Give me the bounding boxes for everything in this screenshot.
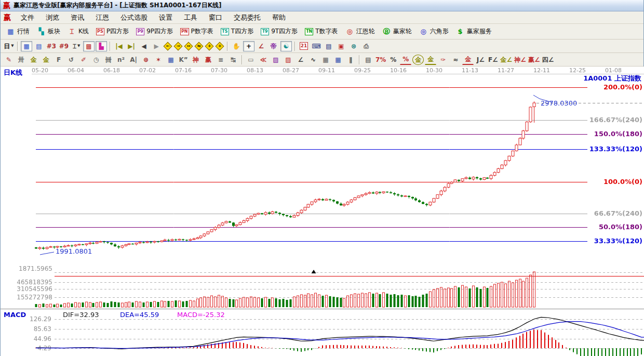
gold-lines-2-icon[interactable]: 金 — [41, 55, 52, 65]
wave-icon[interactable]: ≈ — [450, 55, 461, 65]
calculator-button[interactable]: ⌨ — [311, 41, 322, 51]
percent-line-icon[interactable]: % — [400, 55, 411, 65]
menu-item-1[interactable]: 浏览 — [40, 12, 65, 23]
save-button[interactable]: ▣ — [336, 41, 347, 51]
kline-icon: ⌶ — [68, 28, 76, 36]
network-button[interactable]: ⊛ — [348, 41, 359, 51]
gann-compass-icon[interactable]: ✎ — [3, 55, 15, 65]
menu-item-6[interactable]: 工具 — [178, 12, 203, 23]
box-tool-icon[interactable]: ▭ — [245, 55, 257, 65]
fan-box-purple-icon[interactable]: ▨ — [270, 55, 281, 65]
pan-hand-button[interactable]: ✋ — [231, 41, 242, 51]
n-squared-icon[interactable]: n² — [115, 55, 127, 65]
compress-button[interactable]: ⇆ — [195, 42, 204, 50]
pattern-button[interactable]: ▩ — [83, 41, 95, 51]
menu-item-8[interactable]: 交易委托 — [228, 12, 266, 23]
next-page-button[interactable]: ▶ — [151, 41, 162, 51]
zigzag-icon[interactable]: ∿ — [307, 55, 319, 65]
chart-9-button[interactable]: #9 — [58, 41, 70, 51]
shift-left-button[interactable]: ← — [164, 42, 172, 50]
period-label: 日K线 — [4, 68, 22, 77]
grid-lines-2-icon[interactable]: 卌 — [103, 55, 114, 65]
print-button[interactable]: ⎙ — [360, 41, 372, 51]
four-angle-icon[interactable]: 四∠ — [542, 55, 555, 65]
brush-icon[interactable]: ✑ — [437, 55, 449, 65]
chan-tool-icon[interactable]: ▤ — [363, 55, 374, 65]
ying-angle-icon[interactable]: 赢∠ — [528, 55, 541, 65]
time-circle-icon[interactable]: ◷ — [90, 55, 102, 65]
j-angle-icon[interactable]: J∠ — [475, 55, 486, 65]
percent-7-icon[interactable]: 7% — [375, 55, 386, 65]
percent-icon[interactable]: % — [387, 55, 399, 65]
period-day-button[interactable]: 日▼ — [3, 41, 15, 51]
grid-box-icon[interactable]: ▦ — [165, 55, 177, 65]
last-page-button[interactable]: ▶| — [126, 41, 137, 51]
shift-both-button[interactable]: ↔ — [184, 42, 193, 50]
shen-tool-icon[interactable]: 神 — [190, 55, 202, 65]
fan-box-red-icon[interactable]: ▨ — [283, 55, 294, 65]
f-lines-icon[interactable]: F — [53, 55, 64, 65]
sectors-button[interactable]: ▚板块 — [33, 26, 64, 37]
expand-button[interactable]: + — [205, 42, 214, 50]
gold-lines-1-icon[interactable]: 金 — [28, 55, 39, 65]
toolbar-separator — [17, 42, 18, 51]
menu-item-2[interactable]: 资讯 — [65, 12, 90, 23]
nine-p-square-button[interactable]: P99P四方形 — [132, 26, 177, 37]
analysis-button[interactable]: ☯ — [280, 41, 292, 51]
menu-item-5[interactable]: 设置 — [153, 12, 178, 23]
chart-3-button[interactable]: #3 — [46, 41, 57, 51]
p-square-button[interactable]: PSP四方形 — [92, 26, 132, 37]
first-page-button[interactable]: |◀ — [113, 41, 125, 51]
candle-style-button[interactable]: ⌶▼ — [71, 41, 82, 51]
fan-red-icon[interactable]: ≪ — [258, 55, 269, 65]
winner-service-button[interactable]: $赢家服务 — [452, 26, 495, 37]
p-number-table-button[interactable]: PNP数字表 — [177, 26, 217, 37]
spiral-icon[interactable]: ↺ — [65, 55, 77, 65]
span-measure-icon[interactable]: ↹ — [227, 55, 239, 65]
kline-chart-canvas[interactable] — [1, 67, 644, 356]
gann-emperor-button[interactable]: 帝 — [268, 41, 279, 51]
k-note-icon[interactable]: K” — [178, 55, 189, 65]
prev-page-button[interactable]: ◀ — [138, 41, 150, 51]
menu-item-7[interactable]: 窗口 — [203, 12, 228, 23]
hexagon-button[interactable]: ◎六角形 — [415, 26, 452, 37]
grid-small-icon[interactable]: ▦ — [320, 55, 331, 65]
window-layout-button[interactable]: ▦ — [21, 41, 32, 51]
red-compass-icon[interactable]: ✐ — [78, 55, 89, 65]
ruler-123-icon[interactable]: ≡ — [215, 55, 226, 65]
gold-underline-red-icon[interactable]: 金 — [462, 55, 474, 65]
menu-item-0[interactable]: 文件 — [15, 12, 40, 23]
grid-lines-icon[interactable]: 卅 — [16, 55, 27, 65]
winner-wheel-button[interactable]: Ⓑ赢家轮 — [379, 26, 415, 37]
gold-circle-icon[interactable]: 金 — [412, 55, 424, 65]
notes-button[interactable]: ▤ — [323, 41, 334, 51]
gold-underline-icon[interactable]: 金 — [425, 55, 436, 65]
nine-t-square-button[interactable]: T99T四方形 — [257, 26, 301, 37]
kline-button[interactable]: ⌶K线 — [64, 26, 92, 37]
trendline-button[interactable]: ∠ — [256, 41, 267, 51]
quotes-label: 行情 — [17, 27, 30, 36]
expand-all-button[interactable]: + — [216, 42, 224, 50]
shen-angle-icon[interactable]: 神∠ — [514, 55, 527, 65]
circle-cross-icon[interactable]: ⊕ — [140, 55, 152, 65]
f-angle-icon[interactable]: F∠ — [487, 55, 499, 65]
angle-fan-icon[interactable]: ∠ — [295, 55, 306, 65]
t-number-table-button[interactable]: TNT数字表 — [301, 26, 342, 37]
t-square-button[interactable]: TST四方形 — [217, 26, 257, 37]
star-circle-icon[interactable]: ✶ — [153, 55, 164, 65]
menu-item-4[interactable]: 公式选股 — [115, 12, 153, 23]
menu-item-3[interactable]: 江恩 — [90, 12, 115, 23]
crosshair-button[interactable]: + — [243, 41, 254, 51]
gann-wheel-button[interactable]: ◎江恩轮 — [342, 26, 379, 37]
calendar-button[interactable]: 21 — [298, 41, 310, 51]
volume-profile-button[interactable]: ▙ — [96, 41, 107, 51]
shift-right-button[interactable]: → — [174, 42, 183, 50]
menu-item-9[interactable]: 帮助 — [266, 12, 291, 23]
quotes-button[interactable]: ▦行情 — [3, 26, 33, 37]
gold-angle-icon[interactable]: 金∠ — [500, 55, 513, 65]
parallel-lines-icon[interactable]: ∥ — [345, 55, 356, 65]
grid-arrow-icon[interactable]: ▦ — [332, 55, 344, 65]
ying-tool-icon[interactable]: 赢 — [203, 55, 214, 65]
a-line-icon[interactable]: A| — [128, 55, 139, 65]
info-view-button[interactable]: ▤ — [33, 41, 45, 51]
